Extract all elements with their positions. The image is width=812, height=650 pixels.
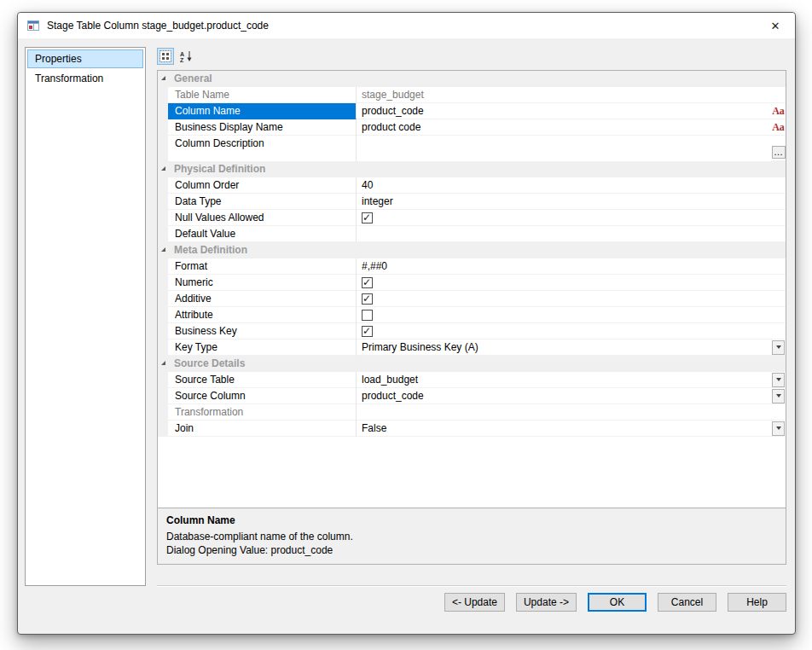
- font-dialog-icon[interactable]: Aa: [772, 106, 785, 116]
- dialog-body: Properties Transformation A Z: [18, 38, 795, 634]
- prop-row-join[interactable]: Join False: [158, 421, 786, 437]
- prop-value[interactable]: [357, 226, 771, 242]
- prop-row-business-key[interactable]: Business Key: [158, 323, 786, 340]
- button-row: <- Update Update -> OK Cancel Help: [157, 593, 786, 612]
- prop-label: Default Value: [168, 226, 357, 242]
- prop-value: [357, 404, 771, 421]
- checkbox[interactable]: [362, 212, 373, 223]
- prop-row-null-values-allowed[interactable]: Null Values Allowed: [158, 210, 786, 226]
- page-list: Properties Transformation: [25, 47, 146, 586]
- prop-value[interactable]: load_budget: [357, 372, 771, 388]
- section-header-meta-definition[interactable]: Meta Definition: [158, 242, 786, 258]
- section-title: General: [168, 71, 212, 87]
- dropdown-arrow-icon[interactable]: [772, 389, 785, 403]
- prop-row-column-name[interactable]: Column Name product_code Aa: [158, 103, 786, 119]
- dropdown-arrow-icon[interactable]: [772, 421, 785, 436]
- grid-filler: [158, 437, 786, 508]
- prop-value[interactable]: product_code: [357, 103, 771, 119]
- collapse-triangle-icon: [161, 247, 165, 252]
- section-header-general[interactable]: General: [158, 71, 786, 87]
- prop-row-table-name[interactable]: Table Name stage_budget: [158, 87, 786, 103]
- help-button[interactable]: Help: [728, 593, 786, 612]
- checkbox[interactable]: [362, 277, 373, 288]
- separator: [157, 585, 786, 587]
- help-line: Dialog Opening Value: product_code: [166, 543, 777, 557]
- prop-label: Column Description: [168, 136, 357, 162]
- prop-row-source-column[interactable]: Source Column product_code: [158, 388, 786, 404]
- sidebar-item-properties[interactable]: Properties: [27, 49, 143, 68]
- window-title: Stage Table Column stage_budget.product_…: [47, 20, 761, 32]
- prop-row-source-table[interactable]: Source Table load_budget: [158, 372, 786, 388]
- prop-value[interactable]: #,##0: [357, 258, 771, 275]
- prop-row-column-description[interactable]: Column Description …: [158, 136, 786, 161]
- help-title: Column Name: [166, 514, 777, 527]
- section-header-physical-definition[interactable]: Physical Definition: [158, 161, 786, 177]
- ellipsis-button[interactable]: …: [772, 146, 786, 159]
- sort-az-icon: A Z: [180, 50, 193, 62]
- font-dialog-icon[interactable]: Aa: [772, 122, 785, 132]
- ok-button[interactable]: OK: [588, 593, 647, 612]
- prop-label: Column Name: [168, 103, 357, 119]
- prop-row-additive[interactable]: Additive: [158, 291, 786, 307]
- prop-row-business-display-name[interactable]: Business Display Name product code Aa: [158, 119, 786, 136]
- property-grid: General Table Name stage_budget Column N…: [157, 70, 786, 565]
- help-line: Database-compliant name of the column.: [166, 530, 777, 543]
- prop-label: Source Column: [168, 388, 357, 404]
- prop-label: Column Order: [168, 177, 357, 194]
- prop-value[interactable]: False: [357, 421, 771, 437]
- prop-label: Additive: [168, 291, 357, 307]
- property-grid-toolbar: A Z: [157, 47, 786, 66]
- sidebar-item-transformation[interactable]: Transformation: [27, 69, 143, 88]
- dropdown-arrow-icon[interactable]: [772, 373, 785, 387]
- section-title: Meta Definition: [168, 242, 247, 258]
- prop-label: Format: [168, 258, 357, 275]
- prop-label: Business Display Name: [168, 119, 357, 136]
- app-icon: [26, 19, 40, 32]
- prop-label: Business Key: [168, 323, 357, 340]
- prop-row-transformation[interactable]: Transformation: [158, 404, 786, 421]
- section-header-source-details[interactable]: Source Details: [158, 356, 786, 372]
- prop-value[interactable]: integer: [357, 194, 771, 210]
- prop-row-format[interactable]: Format #,##0: [158, 258, 786, 275]
- prop-row-attribute[interactable]: Attribute: [158, 307, 786, 323]
- collapse-triangle-icon: [161, 76, 165, 80]
- prop-row-default-value[interactable]: Default Value: [158, 226, 786, 242]
- prop-row-key-type[interactable]: Key Type Primary Business Key (A): [158, 340, 786, 356]
- prop-value[interactable]: product code: [357, 119, 771, 136]
- prop-label: Numeric: [168, 275, 357, 291]
- section-title: Source Details: [168, 356, 245, 372]
- section-title: Physical Definition: [168, 161, 265, 177]
- prop-value[interactable]: 40: [357, 177, 771, 194]
- checkbox[interactable]: [362, 326, 373, 337]
- prop-row-numeric[interactable]: Numeric: [158, 275, 786, 291]
- property-help-panel: Column Name Database-compliant name of t…: [158, 508, 786, 564]
- prop-value[interactable]: product_code: [357, 388, 771, 404]
- prop-label: Source Table: [168, 372, 357, 388]
- categorized-icon: [160, 50, 171, 62]
- prop-row-data-type[interactable]: Data Type integer: [158, 194, 786, 210]
- checkbox[interactable]: [362, 310, 373, 321]
- categorized-view-button[interactable]: [157, 48, 174, 65]
- svg-text:Z: Z: [180, 57, 184, 63]
- prop-row-column-order[interactable]: Column Order 40: [158, 177, 786, 194]
- prop-value[interactable]: [357, 136, 771, 162]
- prop-label: Join: [168, 421, 357, 437]
- svg-text:A: A: [180, 51, 184, 57]
- prop-label: Data Type: [168, 194, 357, 210]
- stage-table-column-dialog: Stage Table Column stage_budget.product_…: [17, 12, 796, 635]
- prop-label: Attribute: [168, 307, 357, 323]
- title-bar: Stage Table Column stage_budget.product_…: [18, 13, 795, 38]
- prop-label: Null Values Allowed: [168, 210, 357, 226]
- sort-alphabetical-button[interactable]: A Z: [177, 48, 194, 65]
- update-back-button[interactable]: <- Update: [444, 593, 505, 612]
- dropdown-arrow-icon[interactable]: [772, 340, 785, 355]
- prop-label: Transformation: [168, 404, 357, 421]
- prop-label: Key Type: [168, 340, 357, 356]
- update-forward-button[interactable]: Update ->: [516, 593, 577, 612]
- main-column: A Z General Table Name stage_budget: [157, 47, 786, 634]
- prop-value: stage_budget: [357, 87, 771, 103]
- prop-value[interactable]: Primary Business Key (A): [357, 340, 771, 356]
- close-icon[interactable]: ✕: [761, 20, 790, 32]
- checkbox[interactable]: [362, 293, 373, 305]
- cancel-button[interactable]: Cancel: [658, 593, 716, 612]
